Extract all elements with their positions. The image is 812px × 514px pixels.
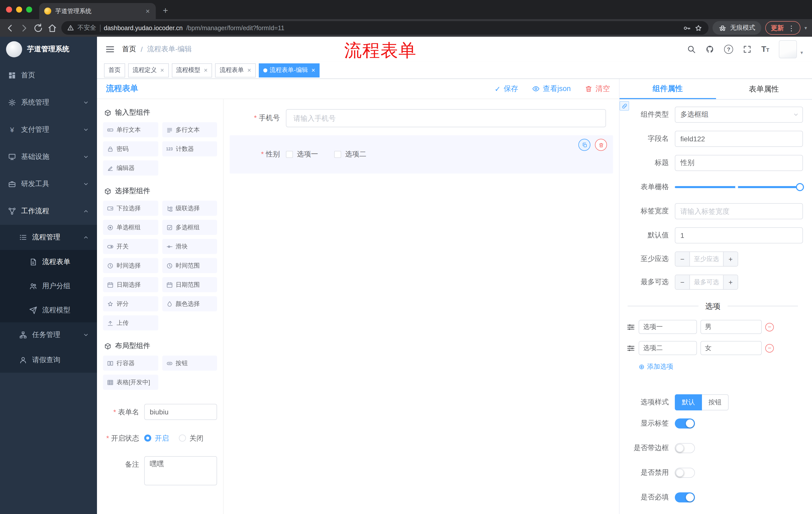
palette-item-editor[interactable]: 编辑器: [103, 160, 158, 175]
clear-button[interactable]: 清空: [585, 84, 610, 93]
tab-close-icon[interactable]: ×: [145, 7, 151, 15]
minimize-window-button[interactable]: [16, 6, 22, 12]
palette-item-time-picker[interactable]: 时间选择: [103, 258, 158, 273]
phone-field-input[interactable]: [286, 109, 606, 127]
reload-icon[interactable]: [33, 23, 43, 33]
status-radio-off[interactable]: 关闭: [179, 430, 203, 446]
search-icon[interactable]: [687, 45, 696, 54]
tag-process-model[interactable]: 流程模型 ×: [172, 63, 212, 77]
home-icon[interactable]: [47, 23, 57, 33]
checkbox-icon[interactable]: [286, 151, 293, 158]
browser-update-button[interactable]: 更新 ⋮: [765, 21, 801, 35]
min-select-value[interactable]: 至少应选: [690, 252, 723, 266]
new-tab-button[interactable]: +: [163, 5, 168, 16]
minus-icon[interactable]: −: [675, 252, 690, 266]
palette-item-date-range[interactable]: 日期范围: [162, 277, 217, 292]
tag-close-icon[interactable]: ×: [312, 66, 315, 74]
palette-item-checkbox-group[interactable]: 多选框组: [162, 220, 217, 235]
fullscreen-icon[interactable]: [743, 45, 752, 54]
palette-item-color-picker[interactable]: 颜色选择: [162, 296, 217, 311]
palette-item-row-container[interactable]: 行容器: [103, 356, 158, 371]
breadcrumb-home[interactable]: 首页: [122, 45, 136, 54]
palette-item-cascader[interactable]: 级联选择: [162, 201, 217, 216]
drag-handle-icon[interactable]: [627, 344, 635, 352]
disabled-toggle[interactable]: [675, 468, 695, 478]
toolbar-caret-icon[interactable]: ▾: [805, 25, 807, 31]
default-value-input[interactable]: [675, 227, 803, 243]
github-icon[interactable]: [705, 45, 715, 54]
add-option-button[interactable]: ⊕ 添加选项: [639, 362, 803, 371]
option-value-input[interactable]: [700, 320, 762, 334]
designer-canvas[interactable]: 手机号 性别 选项一 选项二: [224, 99, 619, 514]
back-icon[interactable]: [5, 23, 15, 33]
title-input[interactable]: [675, 155, 803, 171]
slider-track[interactable]: [675, 186, 803, 188]
plus-icon[interactable]: +: [723, 252, 737, 266]
gender-option-2[interactable]: 选项二: [334, 150, 366, 159]
sidebar-item-process-mgmt[interactable]: 流程管理: [0, 225, 97, 250]
zoom-window-button[interactable]: [26, 6, 32, 12]
sidebar-item-system[interactable]: 系统管理: [0, 89, 97, 116]
option-label-input[interactable]: [639, 341, 697, 355]
max-select-value[interactable]: 最多可选: [690, 275, 723, 289]
required-toggle[interactable]: [675, 492, 695, 503]
style-button-button[interactable]: 按钮: [702, 394, 729, 410]
forward-icon[interactable]: [19, 23, 29, 33]
sidebar-item-payment[interactable]: ¥ 支付管理: [0, 116, 97, 143]
app-logo[interactable]: 芋道管理系统: [0, 37, 97, 62]
option-label-input[interactable]: [639, 320, 697, 334]
duplicate-component-button[interactable]: [578, 139, 590, 151]
sidebar-item-process-model[interactable]: 流程模型: [0, 298, 97, 322]
component-type-select[interactable]: 多选框组: [675, 107, 803, 123]
palette-item-button[interactable]: 按钮: [162, 356, 217, 371]
checkbox-icon[interactable]: [334, 151, 341, 158]
save-button[interactable]: ✓ 保存: [494, 84, 518, 93]
sidebar-item-user-group[interactable]: 用户分组: [0, 274, 97, 298]
palette-item-select[interactable]: 下拉选择: [103, 201, 158, 216]
palette-item-multi-text[interactable]: 多行文本: [162, 122, 217, 137]
palette-item-password[interactable]: 密码: [103, 141, 158, 156]
link-button[interactable]: [619, 101, 629, 111]
tag-process-form[interactable]: 流程表单 ×: [215, 63, 256, 77]
tag-close-icon[interactable]: ×: [204, 66, 207, 74]
palette-item-table[interactable]: 表格[开发中]: [103, 375, 158, 390]
tab-component-props[interactable]: 组件属性: [619, 79, 716, 99]
show-label-toggle[interactable]: [675, 418, 695, 429]
form-name-input[interactable]: [144, 404, 217, 420]
palette-item-counter[interactable]: 123计数器: [162, 141, 217, 156]
palette-item-slider[interactable]: 滑块: [162, 239, 217, 254]
close-window-button[interactable]: [6, 6, 12, 12]
status-radio-on[interactable]: 开启: [144, 430, 169, 446]
tag-close-icon[interactable]: ×: [160, 66, 164, 74]
browser-tab[interactable]: 芋道管理系统 ×: [39, 3, 156, 19]
password-key-icon[interactable]: [683, 24, 691, 32]
sidebar-item-process-form[interactable]: 流程表单: [0, 250, 97, 274]
tag-close-icon[interactable]: ×: [247, 66, 251, 74]
palette-item-radio-group[interactable]: 单选框组: [103, 220, 158, 235]
avatar-caret-icon[interactable]: ▾: [801, 50, 803, 55]
hamburger-icon[interactable]: [105, 44, 115, 54]
palette-item-upload[interactable]: 上传: [103, 315, 158, 330]
border-toggle[interactable]: [675, 443, 695, 453]
style-default-button[interactable]: 默认: [675, 394, 702, 410]
delete-component-button[interactable]: [595, 139, 607, 151]
tag-process-form-edit[interactable]: 流程表单-编辑 ×: [259, 63, 320, 77]
avatar[interactable]: [779, 40, 797, 58]
font-size-icon[interactable]: TT: [761, 45, 769, 53]
sidebar-item-home[interactable]: 首页: [0, 62, 97, 89]
sidebar-item-devtools[interactable]: 研发工具: [0, 170, 97, 198]
sidebar-item-task-mgmt[interactable]: 任务管理: [0, 322, 97, 348]
bookmark-star-icon[interactable]: [694, 24, 702, 32]
label-width-input[interactable]: [675, 203, 803, 219]
form-remark-textarea[interactable]: 嘿嘿: [144, 456, 217, 485]
grid-slider[interactable]: [675, 179, 803, 195]
tag-home[interactable]: 首页: [104, 63, 125, 77]
sidebar-item-infra[interactable]: 基础设施: [0, 143, 97, 170]
palette-item-date-picker[interactable]: 日期选择: [103, 277, 158, 292]
palette-item-rate[interactable]: 评分: [103, 296, 158, 311]
help-icon[interactable]: ?: [724, 45, 733, 54]
address-bar[interactable]: 不安全 dashboard.yudao.iocoder.cn /bpm/mana…: [61, 21, 708, 35]
palette-item-single-text[interactable]: 单行文本: [103, 122, 158, 137]
slider-handle[interactable]: [796, 183, 804, 191]
remove-option-button[interactable]: −: [765, 323, 774, 331]
